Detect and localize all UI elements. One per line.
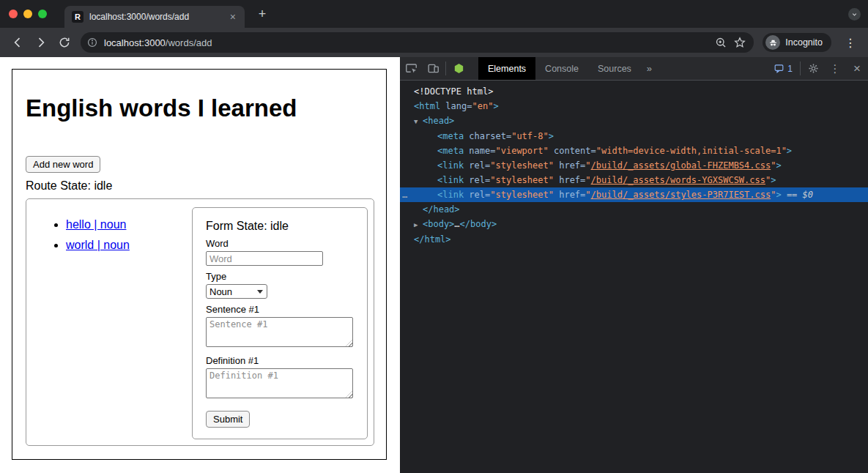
- gear-icon: [807, 62, 820, 75]
- forward-button[interactable]: [34, 35, 48, 50]
- code-token: <meta: [437, 146, 469, 156]
- devtools-close-button[interactable]: ×: [846, 57, 868, 80]
- new-tab-button[interactable]: +: [253, 5, 271, 23]
- code-token: </body>: [460, 219, 497, 229]
- message-count: 1: [787, 64, 793, 74]
- close-window-button[interactable]: [9, 10, 18, 18]
- window-content: English words I learned Add new word Rou…: [0, 57, 868, 473]
- code-token: …: [454, 219, 459, 229]
- submit-button[interactable]: Submit: [206, 411, 250, 428]
- code-line[interactable]: <!DOCTYPE html>: [400, 84, 868, 99]
- more-tabs-button[interactable]: »: [641, 57, 658, 80]
- close-tab-icon[interactable]: ×: [229, 10, 237, 23]
- url-host: localhost:3000: [104, 37, 166, 48]
- incognito-label: Incognito: [785, 37, 823, 48]
- tab-sources[interactable]: Sources: [588, 57, 641, 80]
- code-token: href=: [554, 160, 585, 171]
- code-token: "utf-8": [511, 131, 549, 141]
- code-line[interactable]: <meta charset="utf-8">: [400, 129, 868, 144]
- minimize-window-button[interactable]: [23, 10, 32, 18]
- code-line[interactable]: </html>: [400, 232, 868, 247]
- code-token: </head>: [423, 204, 460, 215]
- sentence-label: Sentence #1: [206, 304, 354, 315]
- form-state-text: Form State: idle: [206, 220, 354, 233]
- back-button[interactable]: [10, 35, 25, 50]
- code-line[interactable]: …<link rel="stylesheet" href="/build/_as…: [400, 187, 868, 202]
- code-token: >: [787, 146, 792, 156]
- word-link[interactable]: hello | noun: [66, 218, 126, 231]
- remix-favicon-icon: R: [72, 11, 84, 23]
- inspect-element-button[interactable]: [400, 57, 422, 80]
- chevron-down-icon: [850, 10, 858, 18]
- code-line[interactable]: <html lang="en">: [400, 99, 868, 113]
- device-toolbar-button[interactable]: [422, 57, 444, 80]
- tab-title: localhost:3000/words/add: [89, 12, 223, 22]
- code-token: "stylesheet": [490, 175, 554, 185]
- node-hexagon-icon[interactable]: [448, 57, 470, 80]
- code-token: rel=: [469, 175, 490, 185]
- tab-elements[interactable]: Elements: [478, 57, 535, 80]
- code-token: name=: [469, 146, 495, 156]
- toolbar-divider: [445, 62, 446, 75]
- zoom-icon[interactable]: [714, 36, 727, 49]
- code-token: <link: [437, 190, 469, 200]
- sentence-textarea[interactable]: [206, 317, 353, 347]
- code-line[interactable]: ▶<body>…</body>: [400, 217, 868, 232]
- word-label: Word: [206, 238, 354, 249]
- more-actions-icon[interactable]: …: [402, 187, 407, 202]
- type-select[interactable]: Noun: [206, 284, 267, 299]
- code-token: ": [585, 190, 590, 200]
- expand-toggle-icon[interactable]: ▶: [414, 217, 423, 232]
- fullscreen-window-button[interactable]: [38, 10, 47, 18]
- console-messages-button[interactable]: 1: [768, 57, 798, 80]
- code-token: >: [776, 190, 781, 200]
- code-token: charset=: [469, 131, 511, 141]
- code-token: <head>: [423, 116, 454, 126]
- code-token: "width=device-width,initial-scale=1": [596, 146, 787, 156]
- code-token: == $0: [782, 190, 813, 200]
- code-token: content=: [549, 146, 596, 156]
- devtools-tabs: Elements Console Sources »: [478, 57, 658, 80]
- code-token: /build/_assets/words-YGXSWCSW.css: [591, 175, 765, 185]
- code-line[interactable]: </head>: [400, 202, 868, 217]
- add-word-button[interactable]: Add new word: [26, 156, 100, 173]
- expand-toggle-icon[interactable]: ▼: [414, 114, 423, 129]
- code-token: >: [776, 160, 781, 171]
- word-link[interactable]: world | noun: [66, 239, 130, 251]
- route-state-text: Route State: idle: [26, 179, 373, 193]
- devtools-toolbar: Elements Console Sources » 1 ⋮ ×: [400, 57, 868, 81]
- incognito-badge: Incognito: [763, 33, 831, 52]
- code-line[interactable]: <link rel="stylesheet" href="/build/_ass…: [400, 158, 868, 173]
- devtools-settings-button[interactable]: [802, 57, 824, 80]
- profile-button[interactable]: [848, 8, 861, 21]
- code-token: </html>: [414, 234, 451, 245]
- code-token: <!DOCTYPE html>: [414, 86, 493, 97]
- incognito-icon: [765, 35, 780, 50]
- url-text: localhost:3000/words/add: [104, 37, 708, 48]
- code-token: "en": [472, 101, 493, 111]
- browser-menu-button[interactable]: ⋮: [840, 36, 861, 50]
- url-path: /words/add: [166, 37, 212, 48]
- definition-textarea[interactable]: [206, 368, 353, 398]
- word-input[interactable]: [206, 251, 323, 266]
- browser-tab[interactable]: R localhost:3000/words/add ×: [64, 6, 245, 28]
- site-info-icon[interactable]: [86, 37, 98, 48]
- code-line[interactable]: <meta name="viewport" content="width=dev…: [400, 144, 868, 158]
- code-token: >: [771, 175, 776, 185]
- code-line[interactable]: ▼<head>: [400, 113, 868, 129]
- tab-bar: R localhost:3000/words/add × +: [0, 0, 868, 28]
- devtools-menu-button[interactable]: ⋮: [824, 57, 846, 80]
- code-token: "viewport": [495, 146, 548, 156]
- window-controls: [9, 10, 47, 18]
- url-bar[interactable]: localhost:3000/words/add: [81, 32, 754, 53]
- code-token: <link: [437, 160, 469, 171]
- code-line[interactable]: <link rel="stylesheet" href="/build/_ass…: [400, 173, 868, 187]
- toolbar-spacer: [658, 57, 768, 80]
- dom-tree: <!DOCTYPE html><html lang="en">▼<head><m…: [400, 81, 868, 247]
- page-title: English words I learned: [26, 94, 373, 122]
- reload-button[interactable]: [57, 35, 72, 50]
- tab-console[interactable]: Console: [535, 57, 588, 80]
- code-token: href=: [554, 175, 585, 185]
- bookmark-star-icon[interactable]: [733, 36, 746, 49]
- code-token: /build/_assets/styles-P3R7IEST.css: [591, 190, 771, 200]
